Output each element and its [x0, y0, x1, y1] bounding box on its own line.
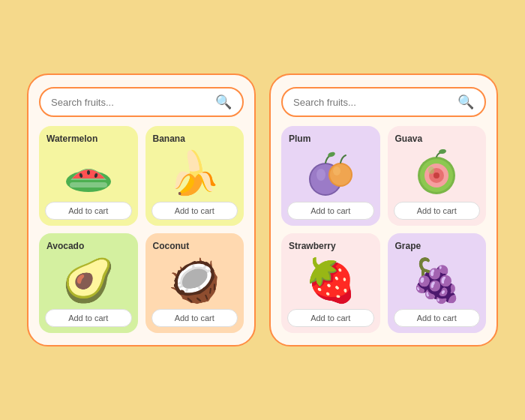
fruit-card-strawberry: Strawberry 🍓 Add to cart [281, 233, 380, 333]
fruit-img-plum [304, 148, 358, 197]
fruit-name-coconut: Coconut [152, 241, 190, 251]
fruit-img-watermelon [62, 148, 116, 197]
svg-point-8 [316, 169, 326, 181]
fruit-name-banana: Banana [152, 134, 185, 144]
search-bar-right[interactable]: 🔍 [281, 87, 486, 117]
fruit-card-grape: Grape 🍇 Add to cart [388, 233, 487, 333]
search-input-right[interactable] [293, 97, 458, 108]
search-input-left[interactable] [51, 97, 215, 108]
fruit-grid-left: Watermelon [39, 126, 244, 333]
page-wrapper: 🔍 Watermelon [12, 58, 513, 362]
fruit-name-watermelon: Watermelon [45, 134, 98, 144]
fruit-card-coconut: Coconut 🥥 Add to cart [146, 233, 244, 333]
svg-point-11 [333, 166, 340, 176]
svg-point-17 [434, 172, 440, 178]
fruit-name-strawberry: Strawberry [287, 241, 336, 251]
phone-right: 🔍 Plum [269, 74, 498, 346]
fruit-card-watermelon: Watermelon [39, 126, 138, 226]
add-to-cart-banana[interactable]: Add to cart [152, 202, 238, 220]
fruit-card-banana: Banana 🍌 Add to cart [146, 126, 244, 226]
svg-point-10 [330, 164, 351, 185]
fruit-img-banana: 🍌 [167, 148, 221, 197]
svg-rect-5 [70, 182, 107, 188]
svg-point-2 [87, 170, 90, 175]
add-to-cart-grape[interactable]: Add to cart [394, 309, 481, 327]
add-to-cart-plum[interactable]: Add to cart [287, 202, 374, 220]
fruit-name-guava: Guava [394, 134, 423, 144]
fruit-img-grape: 🍇 [410, 256, 464, 304]
add-to-cart-avocado[interactable]: Add to cart [45, 309, 132, 327]
phone-left: 🔍 Watermelon [27, 74, 256, 346]
fruit-name-grape: Grape [394, 241, 422, 251]
fruit-card-plum: Plum Add [281, 126, 380, 226]
search-bar-left[interactable]: 🔍 [39, 87, 244, 117]
search-icon-right: 🔍 [458, 94, 474, 110]
fruit-name-plum: Plum [287, 134, 310, 144]
add-to-cart-coconut[interactable]: Add to cart [152, 309, 238, 327]
add-to-cart-guava[interactable]: Add to cart [394, 202, 481, 220]
fruit-card-guava: Guava Add [388, 126, 487, 226]
add-to-cart-watermelon[interactable]: Add to cart [45, 202, 132, 220]
fruit-card-avocado: Avocado 🥑 Add to cart [39, 233, 138, 333]
svg-point-18 [428, 166, 434, 174]
fruit-img-avocado: 🥑 [62, 256, 116, 304]
add-to-cart-strawberry[interactable]: Add to cart [287, 309, 374, 327]
fruit-img-guava [410, 148, 464, 197]
fruit-grid-right: Plum Add [281, 126, 486, 333]
search-icon-left: 🔍 [215, 94, 232, 110]
fruit-name-avocado: Avocado [45, 241, 84, 251]
fruit-img-coconut: 🥥 [167, 256, 221, 304]
fruit-img-strawberry: 🍓 [304, 256, 358, 304]
